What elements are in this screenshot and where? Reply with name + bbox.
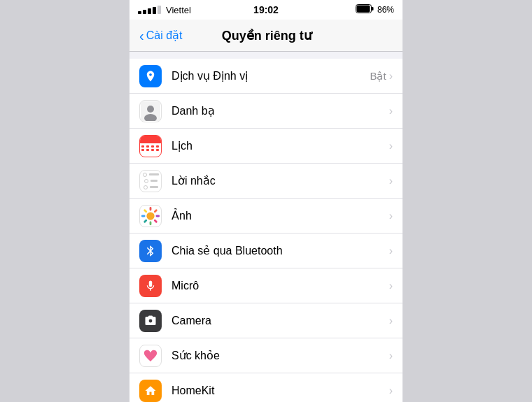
bluetooth-icon — [139, 240, 162, 262]
svg-rect-8 — [150, 221, 152, 225]
settings-list: Dịch vụ Định vị Bật › Danh bạ › — [130, 52, 402, 402]
location-value: Bật — [370, 70, 386, 82]
bluetooth-label: Chia sẻ qua Bluetooth — [172, 244, 389, 257]
contacts-right: › — [389, 105, 393, 117]
list-item-microphone[interactable]: Micrô › — [130, 268, 402, 303]
camera-right: › — [389, 315, 393, 327]
microphone-icon — [139, 275, 162, 297]
chevron-icon: › — [389, 70, 393, 82]
carrier-label: Viettel — [166, 5, 191, 15]
homekit-icon — [139, 380, 162, 402]
location-right: Bật › — [370, 70, 393, 82]
list-item-photos[interactable]: Ảnh › — [130, 199, 402, 234]
phone-frame: Viettel 19:02 86% ‹ Cài đặt Quyền riêng … — [130, 0, 402, 402]
chevron-icon: › — [389, 315, 393, 327]
location-label: Dịch vụ Định vị — [172, 69, 370, 82]
chevron-icon: › — [389, 175, 393, 187]
status-bar: Viettel 19:02 86% — [130, 0, 402, 20]
svg-rect-13 — [144, 208, 148, 213]
chevron-icon: › — [389, 350, 393, 362]
list-item-calendar[interactable]: Lịch › — [130, 129, 402, 164]
reminders-label: Lời nhắc — [172, 174, 389, 187]
photos-label: Ảnh — [172, 209, 389, 222]
health-label: Sức khỏe — [172, 349, 389, 362]
microphone-right: › — [389, 280, 393, 292]
back-label: Cài đặt — [146, 29, 183, 42]
svg-rect-10 — [156, 215, 160, 217]
contacts-label: Danh bạ — [172, 104, 389, 117]
svg-rect-11 — [153, 208, 158, 213]
svg-rect-12 — [144, 219, 148, 223]
list-item-reminders[interactable]: Lời nhắc › — [130, 164, 402, 199]
health-right: › — [389, 350, 393, 362]
status-left: Viettel — [138, 5, 191, 15]
list-item-bluetooth[interactable]: Chia sẻ qua Bluetooth › — [130, 234, 402, 268]
nav-bar: ‹ Cài đặt Quyền riêng tư — [130, 20, 402, 52]
homekit-right: › — [389, 385, 393, 397]
chevron-icon: › — [389, 105, 393, 117]
list-item-health[interactable]: Sức khỏe › — [130, 338, 402, 373]
svg-rect-2 — [372, 7, 374, 10]
list-item-location[interactable]: Dịch vụ Định vị Bật › — [130, 59, 402, 94]
page-title: Quyền riêng tư — [182, 28, 351, 43]
homekit-label: HomeKit — [172, 385, 389, 397]
chevron-icon: › — [389, 210, 393, 222]
svg-rect-7 — [150, 206, 152, 210]
location-icon — [139, 65, 162, 87]
chevron-left-icon: ‹ — [139, 29, 144, 43]
svg-rect-9 — [141, 215, 146, 217]
bluetooth-right: › — [389, 245, 393, 257]
camera-icon — [139, 310, 162, 332]
calendar-icon — [139, 135, 162, 157]
calendar-right: › — [389, 140, 393, 152]
photos-right: › — [389, 210, 393, 222]
chevron-icon: › — [389, 280, 393, 292]
chevron-icon: › — [389, 140, 393, 152]
battery-label: 86% — [377, 5, 394, 15]
privacy-section: Dịch vụ Định vị Bật › Danh bạ › — [130, 59, 402, 402]
list-item-homekit[interactable]: HomeKit › — [130, 373, 402, 402]
svg-point-6 — [146, 212, 154, 220]
svg-point-4 — [147, 106, 154, 113]
photos-icon — [139, 205, 162, 227]
contacts-icon — [139, 100, 162, 122]
reminders-icon — [139, 170, 162, 192]
camera-label: Camera — [172, 315, 389, 327]
svg-rect-14 — [153, 219, 158, 223]
time-label: 19:02 — [253, 4, 279, 15]
chevron-icon: › — [389, 385, 393, 397]
calendar-label: Lịch — [172, 139, 389, 152]
reminders-right: › — [389, 175, 393, 187]
chevron-icon: › — [389, 245, 393, 257]
health-icon — [139, 345, 162, 367]
status-right: 86% — [356, 4, 394, 15]
battery-icon — [356, 4, 374, 15]
back-button[interactable]: ‹ Cài đặt — [139, 29, 182, 43]
signal-dots — [138, 6, 161, 14]
list-item-contacts[interactable]: Danh bạ › — [130, 94, 402, 129]
list-item-camera[interactable]: Camera › — [130, 303, 402, 338]
svg-rect-1 — [356, 6, 370, 13]
microphone-label: Micrô — [172, 280, 389, 292]
